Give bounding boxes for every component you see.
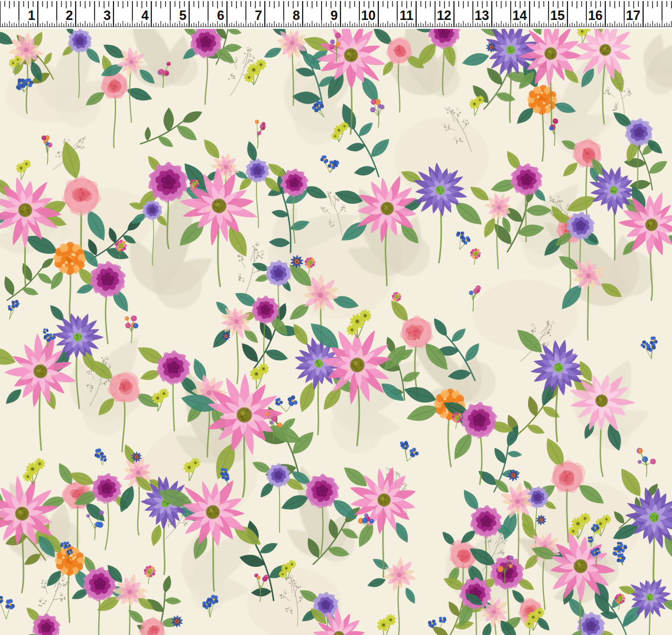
ruler-number: 6 xyxy=(217,8,224,23)
ruler-number: 14 xyxy=(512,8,527,23)
ruler-number: 13 xyxy=(474,8,489,23)
ruler-number: 7 xyxy=(255,8,262,23)
ruler-number: 9 xyxy=(330,8,338,23)
ruler-number: 2 xyxy=(66,8,73,23)
ruler: 1234567891011121314151617 xyxy=(0,0,672,29)
ruler-number: 17 xyxy=(626,8,640,23)
fabric-swatch: 1234567891011121314151617 xyxy=(0,0,672,635)
ruler-number: 11 xyxy=(400,8,414,23)
ruler-number: 12 xyxy=(437,8,451,23)
ruler-number: 8 xyxy=(293,8,300,23)
ruler-number: 3 xyxy=(104,8,111,23)
ruler-number: 5 xyxy=(179,8,187,23)
ruler-number: 10 xyxy=(361,8,376,23)
floral-fabric-pattern xyxy=(0,29,672,635)
ruler-number: 1 xyxy=(28,8,35,23)
ruler-number: 16 xyxy=(588,8,603,23)
ruler-number: 4 xyxy=(141,8,149,23)
ruler-number: 15 xyxy=(550,8,565,23)
